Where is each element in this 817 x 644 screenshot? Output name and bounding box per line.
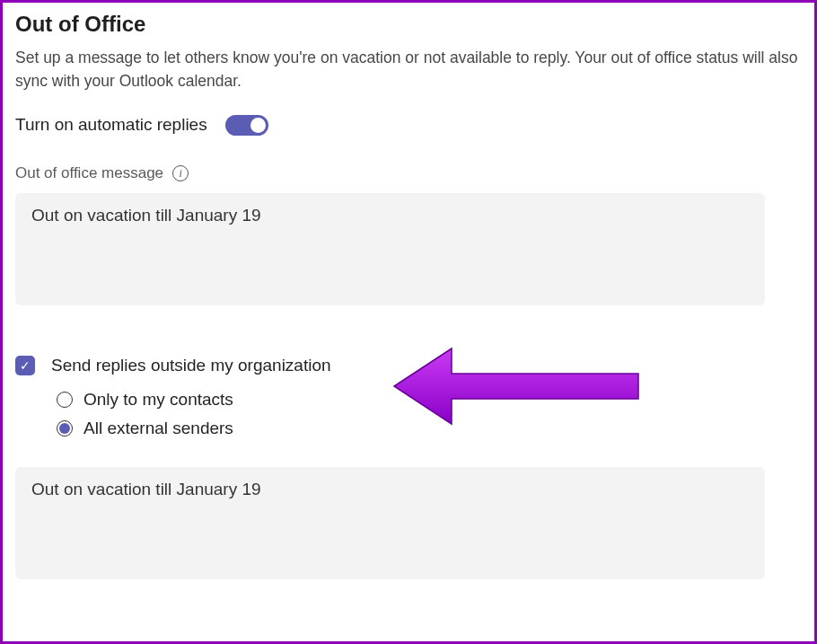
send-outside-radio-group: Only to my contacts All external senders	[57, 390, 802, 438]
message-label-row: Out of office message i	[15, 164, 802, 182]
radio-button[interactable]	[57, 420, 73, 437]
description-text: Set up a message to let others know you'…	[15, 46, 802, 93]
out-of-office-message-input[interactable]	[15, 193, 765, 305]
radio-all-external[interactable]: All external senders	[57, 419, 802, 438]
automatic-replies-toggle-row: Turn on automatic replies	[15, 115, 802, 136]
info-icon[interactable]: i	[172, 165, 189, 181]
page-title: Out of Office	[15, 12, 802, 37]
radio-label-all-external: All external senders	[83, 419, 233, 438]
radio-only-contacts[interactable]: Only to my contacts	[57, 390, 802, 410]
radio-button[interactable]	[57, 392, 73, 408]
radio-dot	[59, 423, 70, 434]
settings-panel: Out of Office Set up a message to let ot…	[0, 0, 817, 644]
checkmark-icon: ✓	[20, 359, 31, 372]
message-label: Out of office message	[15, 164, 163, 182]
send-outside-checkbox[interactable]: ✓	[15, 356, 35, 375]
send-outside-label: Send replies outside my organization	[51, 356, 331, 375]
send-outside-section: ✓ Send replies outside my organization O…	[15, 356, 802, 583]
external-message-input[interactable]	[15, 467, 765, 579]
radio-label-contacts: Only to my contacts	[83, 390, 233, 410]
send-outside-checkbox-row[interactable]: ✓ Send replies outside my organization	[15, 356, 802, 375]
automatic-replies-toggle-label: Turn on automatic replies	[15, 115, 207, 135]
toggle-knob	[250, 118, 266, 133]
automatic-replies-toggle[interactable]	[225, 115, 268, 136]
